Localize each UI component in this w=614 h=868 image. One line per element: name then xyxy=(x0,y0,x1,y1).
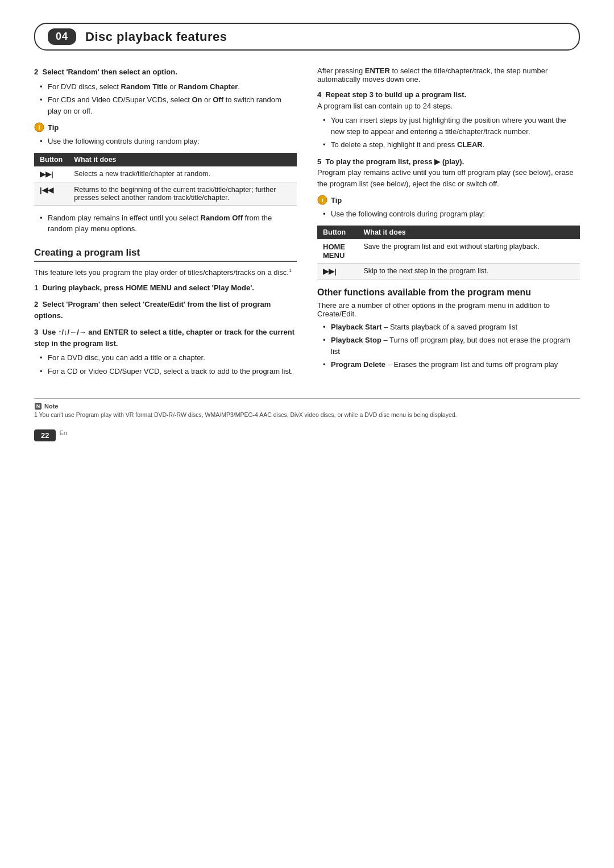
table-row: ▶▶| Selects a new track/title/chapter at… xyxy=(34,166,297,182)
table2-col-button: Button xyxy=(317,226,358,239)
other-functions-title: Other functions available from the progr… xyxy=(317,287,580,298)
tip-box-2: i Tip Use the following controls during … xyxy=(317,195,580,279)
table-row: |◀◀ Returns to the beginning of the curr… xyxy=(34,182,297,205)
tip-label-2: Tip xyxy=(331,196,342,205)
right-column: After pressing ENTER to select the title… xyxy=(317,66,580,382)
step2-bullet-2: For CDs and Video CD/Super VCDs, select … xyxy=(40,94,297,116)
step5-section: 5 To play the program list, press ▶ (pla… xyxy=(317,156,580,190)
step2-bullets: For DVD discs, select Random Title or Ra… xyxy=(34,81,297,117)
btn-home-menu-desc: Save the program list and exit without s… xyxy=(358,239,580,264)
note-label: Note xyxy=(44,403,58,410)
section-intro: This feature lets you program the play o… xyxy=(34,268,297,277)
svg-text:N: N xyxy=(36,403,40,409)
step2-number: 2 xyxy=(34,68,42,76)
btn-prev-desc: Returns to the beginning of the current … xyxy=(68,182,297,205)
btn-next-desc: Selects a new track/title/chapter at ran… xyxy=(68,166,297,182)
other-bullets: Playback Start – Starts playback of a sa… xyxy=(317,322,580,370)
svg-text:i: i xyxy=(38,124,40,131)
step4-intro: A program list can contain up to 24 step… xyxy=(317,101,580,112)
left-column: 2 Select 'Random' then select an option.… xyxy=(34,66,297,382)
page-number-section: 22 En xyxy=(34,424,580,441)
btn-prev: |◀◀ xyxy=(34,182,68,205)
tip-table-2: Button What it does HOMEMENU Save the pr… xyxy=(317,226,580,279)
page-number: 22 xyxy=(34,429,56,441)
step1-number: 1 During playback, press HOME MENU and s… xyxy=(34,283,254,292)
step5-title: 5 To play the program list, press ▶ (pla… xyxy=(317,157,464,166)
section-title-program: Creating a program list xyxy=(34,247,297,262)
step4-section: 4 Repeat step 3 to build up a program li… xyxy=(317,89,580,151)
note-text: 1 You can't use Program play with VR for… xyxy=(34,411,580,418)
tip-icon-2: i xyxy=(317,195,327,205)
after-enter-text: After pressing ENTER to select the title… xyxy=(317,66,580,84)
step4-bullet-1: You can insert steps by just highlightin… xyxy=(323,115,580,137)
step2-section: 2 Select 'Random' then select an option.… xyxy=(34,66,297,116)
table-row: HOMEMENU Save the program list and exit … xyxy=(317,239,580,264)
chapter-number: 04 xyxy=(48,28,76,45)
random-note: Random play remains in effect until you … xyxy=(34,212,297,235)
step5-text: Program play remains active until you tu… xyxy=(317,167,580,189)
tip-table-1: Button What it does ▶▶| Selects a new tr… xyxy=(34,153,297,206)
step3-bullets: For a DVD disc, you can add a title or a… xyxy=(34,352,297,377)
page-lang: En xyxy=(59,429,67,436)
other-bullet-3: Program Delete – Erases the program list… xyxy=(323,359,580,370)
step1-program: 1 During playback, press HOME MENU and s… xyxy=(34,282,297,294)
other-bullet-2: Playback Stop – Turns off program play, … xyxy=(323,335,580,357)
table1-col-action: What it does xyxy=(68,153,297,166)
chapter-title: Disc playback features xyxy=(85,30,227,44)
btn-skip-next: ▶▶| xyxy=(317,263,358,279)
step2b-text: 2 Select 'Program' then select 'Create/E… xyxy=(34,300,271,320)
other-intro: There are a number of other options in t… xyxy=(317,301,580,318)
step3-program: 3 Use ↑/↓/←/→ and ENTER to select a titl… xyxy=(34,327,297,377)
tip-label-1: Tip xyxy=(48,123,59,132)
btn-home-menu: HOMEMENU xyxy=(317,239,358,264)
tip-text-2: Use the following controls during progra… xyxy=(323,208,580,220)
tip-icon: i xyxy=(34,122,44,132)
step4-title: 4 Repeat step 3 to build up a program li… xyxy=(317,90,466,99)
step3-text: 3 Use ↑/↓/←/→ and ENTER to select a titl… xyxy=(34,328,294,348)
step4-bullets: You can insert steps by just highlightin… xyxy=(317,115,580,151)
table1-col-button: Button xyxy=(34,153,68,166)
btn-skip-next-desc: Skip to the next step in the program lis… xyxy=(358,263,580,279)
other-bullet-1: Playback Start – Starts playback of a sa… xyxy=(323,322,580,333)
other-functions-section: Other functions available from the progr… xyxy=(317,287,580,370)
step3-bullet-1: For a DVD disc, you can add a title or a… xyxy=(40,352,297,364)
table-row: ▶▶| Skip to the next step in the program… xyxy=(317,263,580,279)
step3-bullet-2: For a CD or Video CD/Super VCD, select a… xyxy=(40,366,297,377)
svg-text:i: i xyxy=(321,197,323,203)
tip-box-1: i Tip Use the following controls during … xyxy=(34,122,297,206)
tip-text-1: Use the following controls during random… xyxy=(40,136,297,147)
btn-next: ▶▶| xyxy=(34,166,68,182)
step2-title: Select 'Random' then select an option. xyxy=(42,68,177,76)
footer-note: N Note 1 You can't use Program play with… xyxy=(34,398,580,418)
step2-bullet-1: For DVD discs, select Random Title or Ra… xyxy=(40,81,297,93)
table2-col-action: What it does xyxy=(358,226,580,239)
note-icon: N xyxy=(34,402,42,410)
chapter-header: 04 Disc playback features xyxy=(34,23,580,51)
step4-bullet-2: To delete a step, highlight it and press… xyxy=(323,139,580,151)
step2-program: 2 Select 'Program' then select 'Create/E… xyxy=(34,299,297,321)
